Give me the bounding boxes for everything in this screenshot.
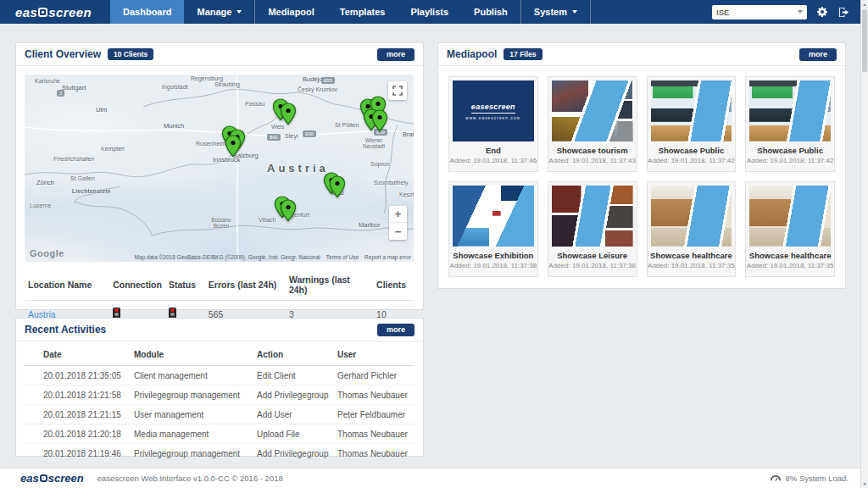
map-label: Munich — [164, 122, 184, 130]
mediapool-header: Mediapool 17 Files more — [438, 43, 845, 66]
media-card[interactable]: Showcase Leisure Added: 19.01.2018, 11:3… — [548, 181, 637, 277]
activity-action: Upload File — [253, 424, 334, 444]
top-navbar: easscreen DashboardManageMediapoolTempla… — [0, 0, 860, 24]
col-status: Status — [165, 269, 205, 301]
map-label: E60 — [303, 130, 316, 137]
map-label: Steyr — [285, 133, 298, 139]
nav-item[interactable]: Publish — [461, 0, 521, 24]
scrollbar-up-arrow[interactable]: ▲ — [861, 0, 868, 8]
thumbnail-sub-text: www.easescreen.com — [465, 116, 520, 120]
nav-item[interactable]: Dashboard — [110, 0, 184, 24]
footer-credit-text: easescreen Web.Interface v1.0.0-CC © 201… — [97, 474, 283, 483]
activity-date: 20.01.2018 21:21:15 — [25, 405, 131, 424]
map-terms-link[interactable]: Terms of Use — [326, 254, 359, 260]
google-logo[interactable]: Google — [30, 248, 64, 258]
clients-count-badge: 10 Clients — [108, 48, 153, 60]
map-borders — [25, 75, 414, 262]
media-thumbnail — [552, 80, 633, 141]
media-thumbnail — [749, 80, 831, 141]
client-overview-header: Client Overview 10 Clients more — [16, 43, 423, 66]
logo-text-post: screen — [48, 5, 92, 19]
col-module: Module — [131, 344, 253, 366]
media-added-date: Added: 19.01.2018, 11:37:38 — [449, 262, 537, 269]
media-card[interactable]: easescreen www.easescreen.com End Added:… — [448, 76, 538, 172]
map-label: Sopron — [370, 161, 390, 167]
map-label: Bratislava — [403, 130, 414, 138]
media-card[interactable]: Showcase Exhibition Added: 19.01.2018, 1… — [448, 181, 538, 277]
logout-icon[interactable] — [837, 7, 850, 18]
settings-gear-icon[interactable] — [816, 6, 828, 18]
scrollbar-thumb[interactable] — [862, 9, 867, 72]
col-user: User — [334, 344, 415, 366]
media-card[interactable]: Showcase Public Added: 19.01.2018, 11:37… — [745, 76, 835, 172]
map-label: B60 — [267, 134, 281, 141]
activity-date: 20.01.2018 21:21:58 — [25, 385, 131, 405]
client-search-select[interactable]: ISE — [712, 5, 807, 19]
mediapool-panel: Mediapool 17 Files more easescreen www.e… — [437, 42, 846, 289]
activity-module: Media management — [131, 424, 253, 444]
nav-item[interactable]: System — [521, 0, 591, 24]
client-map-marker[interactable] — [371, 109, 388, 132]
map-label: Keszthely — [399, 191, 414, 197]
nav-item[interactable]: Playlists — [398, 0, 461, 24]
activity-row: 20.01.2018 21:19:46 Privilegegroup manag… — [25, 444, 415, 463]
activity-module: Privilegegroup management — [131, 385, 253, 405]
media-added-date: Added: 19.01.2018, 11:37:46 — [449, 157, 537, 164]
activity-action: Edit Client — [253, 366, 334, 385]
client-map-marker[interactable] — [329, 175, 346, 198]
mediapool-more-button[interactable]: more — [799, 48, 837, 61]
client-map-marker[interactable] — [225, 135, 242, 158]
map-zoom-in-button[interactable]: + — [389, 206, 407, 223]
client-map-marker[interactable] — [280, 103, 297, 125]
media-added-date: Added: 19.01.2018, 11:37:38 — [548, 262, 637, 269]
chevron-down-icon — [798, 10, 803, 14]
media-card[interactable]: Showcase Public Added: 19.01.2018, 11:37… — [647, 76, 737, 172]
map-label: E55 — [321, 77, 335, 84]
nav-item[interactable]: Manage — [184, 0, 255, 24]
media-thumbnail — [453, 186, 534, 247]
media-card[interactable]: Showcase healthcare Added: 19.01.2018, 1… — [647, 181, 737, 277]
clients-map[interactable]: KarlsruheStuttgartIngolstadtRegensburgSt… — [25, 75, 414, 262]
activity-row: 20.01.2018 21:21:15 User management Add … — [25, 405, 415, 424]
map-fullscreen-button[interactable] — [388, 81, 407, 100]
map-zoom-out-button[interactable]: − — [389, 223, 407, 240]
map-label: Ingolstadt — [162, 84, 187, 90]
activity-module: User management — [131, 405, 253, 424]
client-map-marker[interactable] — [280, 199, 297, 222]
activity-date: 20.01.2018 21:20:18 — [25, 424, 131, 444]
system-load-indicator: 8% System Load. — [770, 474, 849, 483]
easescreen-logo: easscreen — [0, 5, 110, 19]
col-connection: Connection — [109, 269, 165, 301]
media-title: End — [449, 146, 537, 155]
map-label: Straubing — [214, 81, 240, 87]
footer: easscreen easescreen Web.Interface v1.0.… — [0, 468, 860, 488]
media-thumbnail — [651, 186, 732, 247]
nav-item[interactable]: Templates — [327, 0, 398, 24]
col-errors: Errors (last 24h) — [205, 269, 286, 301]
gauge-icon — [770, 474, 782, 483]
recent-activities-more-button[interactable]: more — [377, 324, 415, 336]
activity-action: Add Privilegegroup — [253, 385, 334, 405]
logo-text-pre: eas — [20, 472, 39, 485]
media-added-date: Added: 19.01.2018, 11:37:42 — [648, 157, 736, 164]
map-label: Karlsruhe — [35, 78, 60, 84]
scrollbar-down-arrow[interactable]: ▼ — [861, 480, 868, 488]
client-overview-more-button[interactable]: more — [377, 48, 415, 61]
media-added-date: Added: 19.01.2018, 11:37:43 — [548, 157, 637, 164]
nav-item[interactable]: Mediapool — [255, 0, 326, 24]
media-thumbnail — [651, 80, 732, 141]
media-card[interactable]: Showcase tourism Added: 19.01.2018, 11:3… — [548, 76, 637, 172]
map-label: Passau — [245, 101, 264, 107]
media-card[interactable]: Showcase healthcare Added: 19.01.2018, 1… — [745, 181, 835, 277]
map-report-error-link[interactable]: Report a map error — [364, 254, 411, 260]
map-label: St Pölten — [335, 122, 359, 128]
recent-activities-panel: Recent Activities more Date Module Actio… — [15, 318, 424, 457]
activity-row: 20.01.2018 21:20:18 Media management Upl… — [25, 424, 415, 444]
client-search-value: ISE — [716, 8, 798, 17]
panel-title: Recent Activities — [25, 324, 106, 336]
map-label: Regensburg — [191, 75, 223, 81]
media-thumbnail: easescreen www.easescreen.com — [453, 80, 534, 141]
panel-title: Mediapool — [447, 48, 497, 60]
panel-title: Client Overview — [25, 48, 101, 60]
page-scrollbar[interactable]: ▲ ▼ — [860, 0, 868, 488]
